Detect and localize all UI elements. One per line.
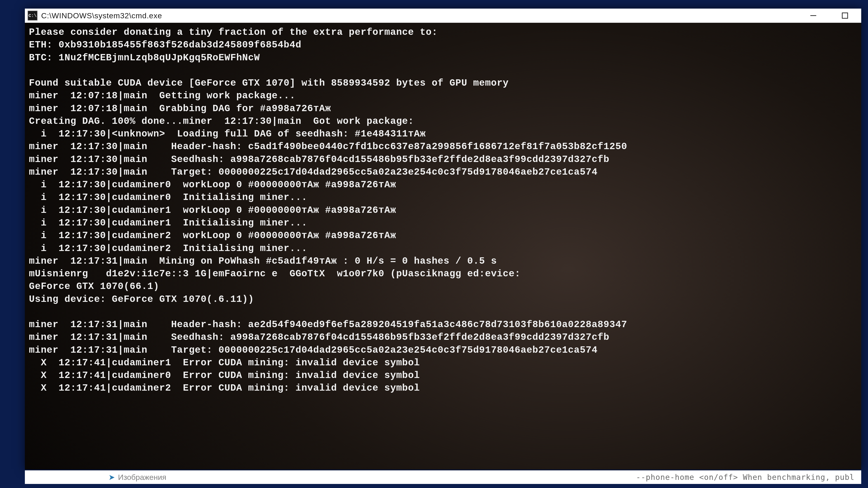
cmd-icon-label: C:\ [29, 13, 37, 18]
console-output[interactable]: Please consider donating a tiny fraction… [25, 23, 861, 469]
window-title: C:\WINDOWS\system32\cmd.exe [41, 11, 804, 20]
titlebar[interactable]: C:\ C:\WINDOWS\system32\cmd.exe [25, 8, 861, 23]
minimize-button[interactable] [804, 10, 822, 21]
svg-rect-1 [842, 13, 848, 18]
window-controls [804, 10, 859, 21]
bottom-strip-left: ➤ Изображения [25, 473, 636, 482]
maximize-icon [842, 12, 848, 19]
maximize-button[interactable] [836, 10, 854, 21]
minimize-icon [809, 12, 817, 20]
bottom-strip-right: --phone-home <on/off> When benchmarking,… [636, 473, 861, 482]
chevron-right-icon: ➤ [108, 473, 115, 482]
bottom-strip-left-label[interactable]: Изображения [118, 473, 166, 482]
cmd-window: C:\ C:\WINDOWS\system32\cmd.exe Please c… [25, 8, 861, 469]
cmd-icon: C:\ [28, 11, 37, 21]
bottom-strip: ➤ Изображения --phone-home <on/off> When… [25, 470, 861, 484]
